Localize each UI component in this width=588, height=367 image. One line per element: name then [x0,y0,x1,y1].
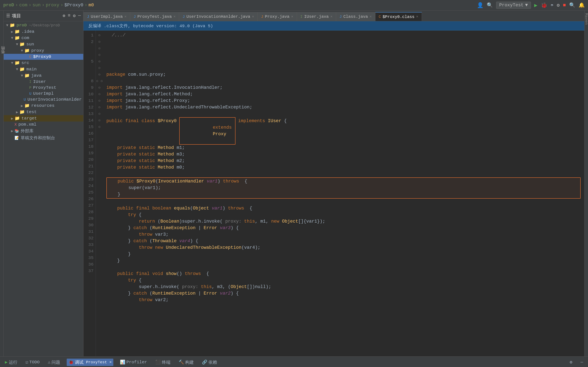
tab-userimpl[interactable]: J UserImpl.java × [83,12,130,21]
indent-35 [106,277,128,284]
sidebar-locate-icon[interactable]: ⊕ [63,13,65,19]
code-line-27: } catch ( RuntimeException | Error var3 … [106,225,581,231]
stop-icon[interactable]: ■ [563,2,566,8]
tree-item-com[interactable]: ▼ 📁 com [4,35,83,41]
tree-item-src[interactable]: ▼ 📁 src [4,60,83,66]
indent-28 [106,231,139,238]
expand-button[interactable]: — [579,359,585,365]
tab-close-userinv[interactable]: × [252,15,254,19]
tree-item-sun[interactable]: ▼ 📁 sun [4,41,83,48]
tab-close-iuser[interactable]: × [331,15,333,19]
import1: java.lang.reflect.InvocationHandler; [125,84,222,91]
notifications-icon[interactable]: 🔔 [579,2,585,8]
tab-proxytest[interactable]: J ProxyTest.java × [130,12,179,21]
tab-close-proxy[interactable]: × [291,15,293,19]
tree-item-test[interactable]: ▶ 📁 test [4,109,83,115]
tree-item-userimpl[interactable]: ▶ U UserImpl [4,91,83,97]
debug-label: 调试 [75,359,83,365]
iuser-icon: I [29,80,32,84]
tree-item-userinvocation[interactable]: ▶ U UserInvocationHanlder [4,97,83,102]
import3: java.lang.reflect.Proxy; [125,98,190,104]
kw-final: final [125,118,141,124]
tab-close-proxy0[interactable]: × [416,15,418,19]
tab-userinvocation[interactable]: J UserInvocationHanlder.java × [179,12,257,21]
todo-button[interactable]: ☑ TODO [24,359,41,366]
terminal-button[interactable]: ⬛ 终端 [154,359,172,366]
catch1-close: ) { [231,225,239,231]
cls-proxy0-ctor: $Proxy0 [136,178,155,185]
tab-iuser[interactable]: I IUser.java × [297,12,336,21]
maven-strip[interactable]: Maven [584,11,588,356]
settings-button[interactable]: ⚙ [568,359,574,366]
tab-close-proxytest[interactable]: × [174,15,176,19]
run-button[interactable]: ▶ 运行 [3,359,19,366]
tree-item-scratch[interactable]: ▶ 📝 草稿文件和控制台 [4,134,83,141]
tab-label-classjava: Class.java [343,14,368,19]
side-tab-structure[interactable]: 结构 [0,51,3,55]
line-num-25: 25 [83,189,93,196]
tree-item-idea[interactable]: ▶ 📁 .idea [4,28,83,35]
breadcrumb-prod[interactable]: proD [3,3,14,8]
cls-method2: Method [158,151,177,158]
catch-show-close: ) { [231,290,239,297]
tree-label-idea: .idea [22,29,34,34]
problems-button[interactable]: ⚠ 问题 [46,359,62,366]
tree-item-extlib[interactable]: ▶ 📚 外部库 [4,127,83,134]
kw-throw1: throw [139,231,155,238]
tab-proxy0class[interactable]: C $Proxy0.class × [375,12,422,21]
cls-objarray2: Object [231,284,247,290]
code-line-16: private static Method m3; [106,151,581,158]
cls-method3: Method [158,158,177,164]
more-run-icon[interactable]: ⚙ [557,2,560,8]
folder-icon-idea: 📁 [15,29,20,34]
deps-button[interactable]: 🔗 依赖 [200,359,219,366]
debug-icon[interactable]: 🐞 [541,2,547,8]
tree-item-pomxml[interactable]: ▶ X pom.xml [4,122,83,127]
run-config[interactable]: ProxyTest ▼ [496,2,531,9]
tree-item-prod[interactable]: ▼ 📁 proD ~/Desktop/proD [4,22,83,28]
right-scrollbar[interactable] [581,31,584,356]
indent-29 [106,238,128,244]
profiler-button[interactable]: 📊 Profiler [118,359,149,366]
pkg-name: com.sun.proxy; [128,71,166,78]
tree-label-userimpl: UserImpl [33,91,54,96]
search-icon[interactable]: 🔍 [487,2,493,8]
tree-item-java[interactable]: ▼ 📁 java [4,72,83,79]
coverage-icon[interactable]: ☂ [551,2,554,8]
tab-proxy[interactable]: J Proxy.java × [257,12,297,21]
tree-item-proxytest[interactable]: ▶ P ProxyTest [4,85,83,91]
line-num-36: 36 [83,261,93,268]
tree-item-resources[interactable]: ▶ 📁 resources [4,102,83,109]
indent-38 [106,297,139,303]
tab-close-classjava[interactable]: × [370,15,372,19]
debug-button[interactable]: 🐞 调试 ProxyTest × [67,359,113,366]
global-search-icon[interactable]: 🔍 [569,2,575,8]
code-line-1: /.../ [106,32,581,39]
line-num-20: 20 [83,157,93,163]
tree-arrow-test: ▶ [16,110,18,114]
tab-classjava[interactable]: J Class.java × [336,12,375,21]
folder-icon-target: 📁 [15,116,20,121]
tree-item-proxy0[interactable]: ▶ C $Proxy0 [4,54,83,60]
tree-item-proxy[interactable]: ▼ 📁 proxy [4,48,83,54]
tab-close-userimpl[interactable]: × [124,15,127,19]
avatar-icon[interactable]: 👤 [477,2,483,8]
sidebar-close-icon[interactable]: — [78,13,81,19]
cls-method1: Method [158,145,177,151]
tree-item-iuser[interactable]: ▶ I IUser [4,79,83,85]
folder-icon-java: 📁 [24,73,30,78]
code-line-7: package com.sun.proxy; [106,71,581,78]
null-param: [])null); [247,284,271,290]
build-button[interactable]: 🔨 构建 [177,359,195,366]
super-invoke: super.h.invoke( [139,284,179,290]
tree-path-prod: ~/Desktop/proD [29,23,60,27]
sidebar-collapse-icon[interactable]: ≡ [68,13,70,19]
side-tab-bookmarks[interactable]: 书签 [0,55,3,58]
tree-item-main[interactable]: ▼ 📁 main [4,66,83,72]
code-line-31: } [106,251,581,258]
sidebar-settings-icon[interactable]: ⚙ [73,13,76,19]
run-icon[interactable]: ▶ [534,2,538,8]
code-editor[interactable]: /.../ package com.sun.proxy; import [103,31,581,356]
tree-item-target[interactable]: ▶ 📁 target [4,115,83,122]
kw-throws: throws [223,178,239,185]
